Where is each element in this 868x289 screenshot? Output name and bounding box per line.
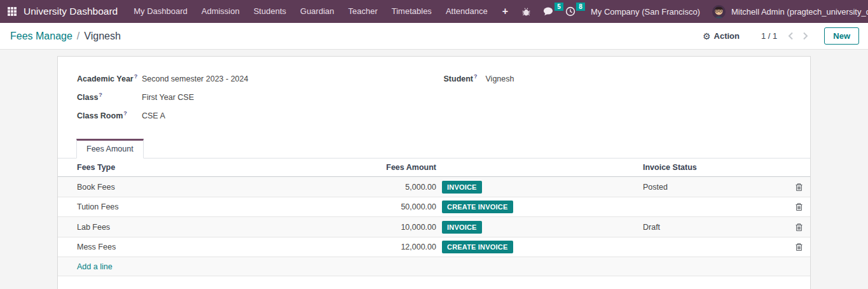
table-row: Mess Fees 12,000.00 CREATE INVOICE — [58, 237, 810, 258]
tab-fees-amount[interactable]: Fees Amount — [76, 139, 144, 159]
activities-clock-icon[interactable]: 8 — [560, 0, 581, 23]
class-room-label: Class Room? — [77, 110, 142, 120]
help-marker: ? — [99, 92, 102, 98]
user-avatar[interactable] — [712, 5, 726, 18]
form-sheet: Academic Year? Second semester 2023 - 20… — [57, 56, 811, 289]
menu-item-timetables[interactable]: Timetables — [385, 0, 439, 23]
notebook-tabs: Fees Amount — [58, 138, 810, 159]
pager-next-icon[interactable] — [798, 29, 813, 43]
breadcrumb-current-record: Vignesh — [84, 31, 121, 42]
table-row: Lab Fees 10,000.00 INVOICE Draft — [58, 217, 810, 237]
apps-grid-icon[interactable] — [8, 7, 17, 16]
breadcrumb: Fees Manage / Vignesh — [10, 31, 121, 42]
academic-year-label: Academic Year? — [77, 73, 142, 83]
debug-bug-icon[interactable] — [516, 0, 537, 23]
add-menu-plus-icon[interactable]: + — [495, 6, 516, 17]
menu-item-admission[interactable]: Admission — [195, 0, 247, 23]
invoice-button[interactable]: INVOICE — [442, 221, 482, 234]
invoice-status-cell: Posted — [637, 183, 788, 192]
menu-item-teacher[interactable]: Teacher — [341, 0, 385, 23]
new-record-button[interactable]: New — [824, 27, 859, 45]
menu-item-guardian[interactable]: Guardian — [293, 0, 341, 23]
user-menu[interactable]: Mitchell Admin (pragtech_university_dash… — [726, 7, 868, 17]
fees-type-cell[interactable]: Book Fees — [58, 183, 338, 192]
add-a-line-link[interactable]: Add a line — [77, 262, 113, 271]
control-panel: Fees Manage / Vignesh ⚙ Action 1 / 1 New — [0, 23, 868, 50]
table-header-row: Fees Type Fees Amount Invoice Status — [58, 159, 810, 177]
delete-row-trash-icon[interactable] — [794, 222, 804, 233]
class-label: Class? — [77, 92, 142, 102]
table-row: Tution Fees 50,000.00 CREATE INVOICE — [58, 197, 810, 218]
delete-row-trash-icon[interactable] — [794, 241, 804, 253]
fees-amount-cell[interactable]: 5,000.00 — [338, 183, 436, 192]
action-label: Action — [714, 31, 740, 41]
academic-year-field[interactable]: Second semester 2023 - 2024 — [142, 74, 248, 83]
help-marker: ? — [134, 73, 138, 80]
invoice-status-cell: Draft — [637, 223, 788, 232]
class-field[interactable]: First Year CSE — [142, 93, 194, 102]
menu-item-my-dashboard[interactable]: My Dashboard — [127, 0, 195, 23]
fees-type-cell[interactable]: Lab Fees — [58, 223, 338, 232]
gear-icon: ⚙ — [703, 31, 711, 41]
student-label: Student? — [444, 73, 486, 83]
delete-row-trash-icon[interactable] — [794, 181, 804, 193]
activities-count-badge: 8 — [576, 3, 585, 11]
create-invoice-button[interactable]: CREATE INVOICE — [442, 241, 513, 253]
main-menu: My Dashboard Admission Students Guardian… — [127, 0, 516, 23]
class-room-field[interactable]: CSE A — [142, 111, 165, 120]
table-row: Book Fees 5,000.00 INVOICE Posted — [58, 177, 810, 197]
fees-amount-cell[interactable]: 10,000.00 — [338, 223, 436, 232]
delete-row-trash-icon[interactable] — [794, 201, 804, 213]
field-group: Academic Year? Second semester 2023 - 20… — [58, 57, 810, 129]
top-navbar: University Dashboard My Dashboard Admiss… — [0, 0, 868, 23]
help-marker: ? — [474, 73, 478, 80]
record-pager-value[interactable]: 1 / 1 — [761, 31, 777, 41]
form-view-background: Academic Year? Second semester 2023 - 20… — [0, 50, 868, 289]
header-fees-amount[interactable]: Fees Amount — [338, 163, 436, 172]
fees-type-cell[interactable]: Mess Fees — [58, 243, 338, 251]
student-field[interactable]: Vignesh — [486, 74, 514, 83]
menu-item-students[interactable]: Students — [247, 0, 293, 23]
invoice-button[interactable]: INVOICE — [442, 181, 482, 194]
header-fees-type[interactable]: Fees Type — [58, 163, 338, 172]
fees-amount-cell[interactable]: 50,000.00 — [338, 202, 436, 211]
action-menu-button[interactable]: ⚙ Action — [699, 29, 743, 44]
pager-previous-icon[interactable] — [783, 29, 798, 43]
breadcrumb-separator: / — [77, 31, 79, 42]
create-invoice-button[interactable]: CREATE INVOICE — [442, 201, 513, 213]
fees-amount-cell[interactable]: 12,000.00 — [338, 243, 436, 251]
add-line-row: Add a line — [58, 257, 810, 276]
breadcrumb-fees-manage-link[interactable]: Fees Manage — [10, 31, 72, 42]
fees-lines-table: Fees Type Fees Amount Invoice Status Boo… — [58, 159, 810, 276]
app-brand-title[interactable]: University Dashboard — [24, 6, 118, 17]
fees-type-cell[interactable]: Tution Fees — [58, 202, 338, 211]
header-invoice-status[interactable]: Invoice Status — [637, 163, 788, 172]
help-marker: ? — [123, 110, 127, 116]
messages-icon[interactable]: 5 — [537, 0, 560, 23]
company-switcher[interactable]: My Company (San Francisco) — [585, 7, 706, 17]
menu-item-attendance[interactable]: Attendance — [439, 0, 495, 23]
